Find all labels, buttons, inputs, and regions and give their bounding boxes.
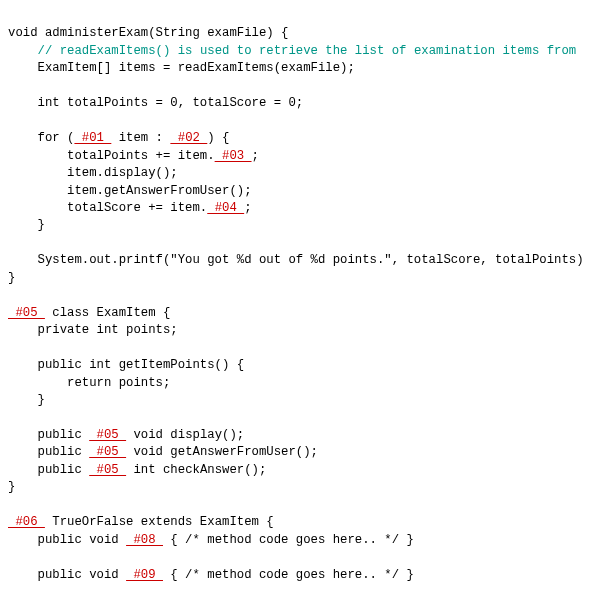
- code-block: void administerExam(String examFile) { /…: [8, 26, 583, 599]
- t06: ) {: [207, 131, 229, 145]
- t15: }: [8, 271, 15, 285]
- t01: [8, 44, 38, 58]
- t04: for (: [8, 131, 74, 145]
- t22: void display();: [126, 428, 244, 442]
- blank-03[interactable]: #03: [215, 149, 252, 163]
- t21: public: [8, 428, 89, 442]
- blank-05a[interactable]: #05: [89, 428, 126, 442]
- blank-08a[interactable]: #08: [126, 533, 163, 547]
- blank-09a[interactable]: #09: [126, 568, 163, 582]
- t07: totalPoints += item.: [8, 149, 215, 163]
- blank-02[interactable]: #02: [170, 131, 207, 145]
- t19: return points;: [8, 376, 170, 390]
- t30: { /* method code goes here.. */ }: [163, 533, 414, 547]
- t20: }: [8, 393, 45, 407]
- t25: public: [8, 463, 89, 477]
- t08: ;: [252, 149, 259, 163]
- t12: ;: [244, 201, 251, 215]
- t32: { /* method code goes here.. */ }: [163, 568, 414, 582]
- t17: private int points;: [8, 323, 178, 337]
- t23: public: [8, 445, 89, 459]
- t28: TrueOrFalse extends ExamItem {: [45, 515, 274, 529]
- t11: totalScore += item.: [8, 201, 207, 215]
- blank-05c[interactable]: #05: [89, 463, 126, 477]
- t16: class ExamItem {: [45, 306, 170, 320]
- blank-04[interactable]: #04: [207, 201, 244, 215]
- blank-05b[interactable]: #05: [89, 445, 126, 459]
- t09: item.display();: [8, 166, 178, 180]
- t00: void administerExam(String examFile) {: [8, 26, 288, 40]
- t02: ExamItem[] items = readExamItems(examFil…: [8, 61, 355, 75]
- t03: int totalPoints = 0, totalScore = 0;: [8, 96, 303, 110]
- t29: public void: [8, 533, 126, 547]
- blank-01[interactable]: #01: [74, 131, 111, 145]
- t18: public int getItemPoints() {: [8, 358, 244, 372]
- t14: System.out.printf("You got %d out of %d …: [8, 253, 583, 267]
- comment-line: // readExamItems() is used to retrieve t…: [38, 44, 583, 58]
- blank-06[interactable]: #06: [8, 515, 45, 529]
- t24: void getAnswerFromUser();: [126, 445, 318, 459]
- t26: int checkAnswer();: [126, 463, 266, 477]
- t31: public void: [8, 568, 126, 582]
- t13: }: [8, 218, 45, 232]
- blank-05-class[interactable]: #05: [8, 306, 45, 320]
- t10: item.getAnswerFromUser();: [8, 184, 252, 198]
- t27: }: [8, 480, 15, 494]
- t05: item :: [111, 131, 170, 145]
